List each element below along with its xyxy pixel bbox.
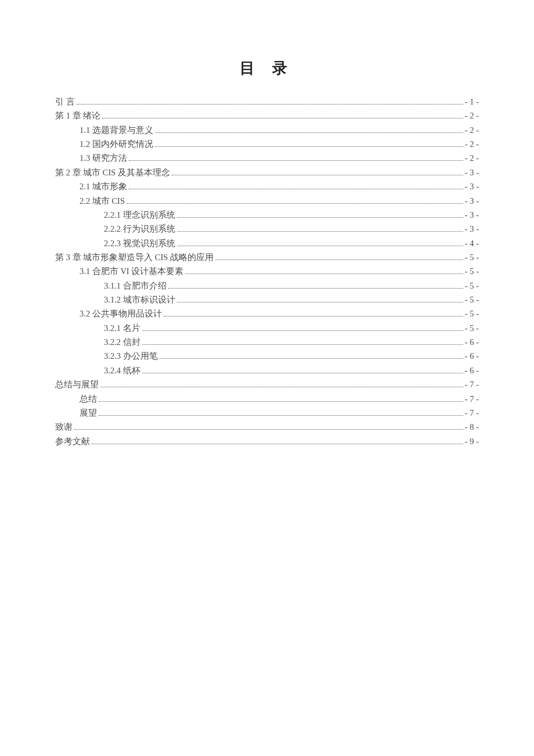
toc-entry-page: - 3 - [465, 179, 479, 193]
toc-entry: 1.1 选题背景与意义- 2 - [55, 123, 479, 137]
toc-entry: 3.2.3 办公用笔- 6 - [55, 349, 479, 363]
toc-entry-page: - 7 - [465, 406, 479, 420]
toc-leader-dots [177, 217, 463, 218]
toc-entry: 总结- 7 - [55, 392, 479, 406]
toc-entry: 3.2.4 纸杯- 6 - [55, 363, 479, 377]
toc-entry-page: - 5 - [465, 264, 479, 278]
toc-leader-dots [102, 118, 463, 118]
toc-leader-dots [155, 146, 463, 147]
toc-leader-dots [160, 358, 463, 359]
toc-leader-dots [129, 160, 463, 161]
toc-leader-dots [177, 302, 463, 303]
toc-entry-label: 致谢 [55, 420, 73, 434]
toc-entry: 2.2.1 理念识别系统- 3 - [55, 208, 479, 222]
toc-entry-label: 2.2.3 视觉识别系统 [104, 236, 175, 250]
toc-leader-dots [92, 444, 463, 444]
toc-entry: 2.2 城市 CIS- 3 - [55, 194, 479, 208]
toc-entry-page: - 6 - [465, 349, 479, 363]
toc-entry-page: - 7 - [465, 392, 479, 406]
toc-entry-label: 3.1.1 合肥市介绍 [104, 279, 167, 293]
toc-leader-dots [127, 203, 463, 204]
toc-entry: 2.2.3 视觉识别系统- 4 - [55, 236, 479, 250]
toc-entry-page: - 2 - [465, 123, 479, 137]
toc-entry-label: 第 2 章 城市 CIS 及其基本理念 [55, 165, 170, 179]
toc-entry-page: - 6 - [465, 335, 479, 349]
toc-entry: 参考文献- 9 - [55, 434, 479, 448]
toc-leader-dots [142, 344, 463, 345]
toc-entry: 第 1 章 绪论- 2 - [55, 109, 479, 123]
toc-leader-dots [155, 132, 463, 133]
toc-entry-label: 第 3 章 城市形象塑造导入 CIS 战略的应用 [55, 250, 214, 264]
toc-entry: 2.2.2 行为识别系统- 3 - [55, 222, 479, 236]
toc-entry-page: - 7 - [465, 377, 479, 391]
table-of-contents: 引 言- 1 -第 1 章 绪论- 2 -1.1 选题背景与意义- 2 -1.2… [55, 95, 479, 448]
toc-entry-label: 3.2.4 纸杯 [104, 363, 140, 377]
toc-title: 目 录 [55, 58, 479, 78]
toc-entry: 第 3 章 城市形象塑造导入 CIS 战略的应用- 5 - [55, 250, 479, 264]
toc-entry-label: 1.1 选题背景与意义 [80, 123, 153, 137]
toc-leader-dots [129, 189, 463, 189]
toc-entry-page: - 5 - [465, 321, 479, 335]
toc-entry-label: 3.2.1 名片 [104, 321, 140, 335]
toc-entry-label: 3.2 公共事物用品设计 [80, 307, 162, 321]
toc-entry-label: 3.1 合肥市 VI 设计基本要素 [80, 264, 183, 278]
toc-entry-label: 引 言 [55, 95, 75, 109]
toc-entry: 3.1.2 城市标识设计- 5 - [55, 293, 479, 307]
toc-leader-dots [177, 246, 463, 246]
toc-leader-dots [99, 415, 463, 416]
toc-leader-dots [142, 330, 463, 331]
toc-entry-page: - 2 - [465, 137, 479, 151]
toc-entry-label: 总结与展望 [55, 377, 99, 391]
toc-leader-dots [100, 387, 463, 387]
toc-entry-label: 第 1 章 绪论 [55, 109, 100, 123]
toc-entry-page: - 2 - [465, 151, 479, 165]
toc-leader-dots [99, 401, 463, 402]
toc-entry-page: - 9 - [465, 434, 479, 448]
toc-entry: 1.2 国内外研究情况- 2 - [55, 137, 479, 151]
toc-entry: 致谢- 8 - [55, 420, 479, 434]
toc-entry: 3.1 合肥市 VI 设计基本要素- 5 - [55, 264, 479, 278]
toc-entry: 第 2 章 城市 CIS 及其基本理念- 3 - [55, 165, 479, 179]
toc-entry-page: - 5 - [465, 307, 479, 321]
toc-entry: 引 言- 1 - [55, 95, 479, 109]
toc-entry-label: 2.1 城市形象 [80, 179, 127, 193]
toc-leader-dots [172, 175, 463, 175]
toc-entry-label: 展望 [80, 406, 97, 420]
toc-entry-label: 3.1.2 城市标识设计 [104, 293, 175, 307]
toc-entry-label: 1.3 研究方法 [80, 151, 127, 165]
toc-leader-dots [142, 373, 463, 373]
toc-entry-label: 3.2.3 办公用笔 [104, 349, 158, 363]
toc-leader-dots [77, 104, 463, 105]
toc-entry-page: - 2 - [465, 109, 479, 123]
toc-entry-page: - 4 - [465, 236, 479, 250]
toc-entry-label: 3.2.2 信封 [104, 335, 140, 349]
toc-entry-page: - 6 - [465, 363, 479, 377]
toc-entry-label: 2.2.2 行为识别系统 [104, 222, 175, 236]
toc-entry: 1.3 研究方法- 2 - [55, 151, 479, 165]
toc-leader-dots [215, 260, 463, 260]
toc-entry-page: - 3 - [465, 194, 479, 208]
toc-leader-dots [168, 288, 463, 289]
toc-entry-page: - 1 - [465, 95, 479, 109]
toc-leader-dots [74, 429, 463, 430]
toc-entry: 2.1 城市形象- 3 - [55, 179, 479, 193]
toc-entry: 展望- 7 - [55, 406, 479, 420]
toc-leader-dots [185, 273, 463, 274]
toc-entry-label: 总结 [80, 392, 97, 406]
toc-entry-label: 参考文献 [55, 434, 90, 448]
toc-entry-page: - 8 - [465, 420, 479, 434]
toc-entry-page: - 5 - [465, 293, 479, 307]
toc-entry: 3.2.2 信封- 6 - [55, 335, 479, 349]
toc-entry: 3.2.1 名片- 5 - [55, 321, 479, 335]
toc-leader-dots [164, 316, 463, 316]
toc-entry-page: - 3 - [465, 208, 479, 222]
toc-entry-label: 2.2.1 理念识别系统 [104, 208, 175, 222]
toc-entry: 总结与展望- 7 - [55, 377, 479, 391]
toc-entry: 3.1.1 合肥市介绍- 5 - [55, 279, 479, 293]
toc-entry: 3.2 公共事物用品设计- 5 - [55, 307, 479, 321]
toc-entry-page: - 3 - [465, 222, 479, 236]
toc-leader-dots [177, 231, 463, 232]
toc-entry-page: - 3 - [465, 165, 479, 179]
toc-entry-page: - 5 - [465, 250, 479, 264]
toc-entry-label: 2.2 城市 CIS [80, 194, 125, 208]
